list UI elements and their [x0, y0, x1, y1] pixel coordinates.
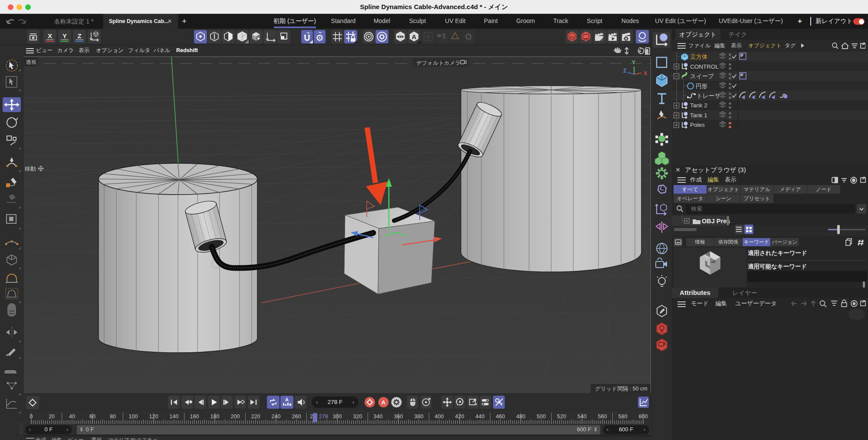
svg-text:440: 440	[476, 414, 485, 420]
svg-text:200: 200	[231, 414, 240, 420]
svg-text:140: 140	[170, 414, 179, 420]
svg-text:移動: 移動	[24, 165, 36, 172]
svg-text:Tank 2: Tank 2	[690, 102, 707, 109]
svg-text:0: 0	[30, 414, 33, 420]
svg-text:Poles: Poles	[690, 122, 705, 128]
svg-text:Y: Y	[632, 60, 635, 66]
svg-text:A: A	[381, 399, 386, 406]
svg-text:460: 460	[496, 414, 505, 420]
svg-text:X: X	[644, 70, 647, 76]
svg-text:260: 260	[292, 414, 301, 420]
svg-text:340: 340	[374, 414, 383, 420]
svg-text:180: 180	[210, 414, 220, 420]
svg-text:Tank 1: Tank 1	[690, 112, 707, 119]
svg-text:100: 100	[129, 414, 138, 420]
svg-text:320: 320	[353, 414, 362, 420]
svg-text:520: 520	[557, 414, 566, 420]
svg-text:400: 400	[435, 414, 444, 420]
svg-text:278: 278	[319, 414, 328, 420]
svg-text:RV: RV	[569, 35, 575, 40]
svg-text:380: 380	[414, 414, 424, 420]
svg-text:透視: 透視	[26, 59, 36, 65]
svg-text:円形: 円形	[696, 83, 708, 89]
svg-text:CONTROL: CONTROL	[690, 63, 719, 70]
svg-text:500: 500	[537, 414, 546, 420]
svg-text:グリッド間隔 : 50 cm: グリッド間隔 : 50 cm	[595, 386, 648, 392]
svg-text:240: 240	[272, 414, 281, 420]
svg-text:Z: Z	[623, 68, 626, 74]
svg-text:600: 600	[639, 414, 648, 420]
svg-text:220: 220	[251, 414, 260, 420]
svg-text:80: 80	[110, 414, 116, 420]
svg-text:トレーサ: トレーサ	[697, 93, 720, 99]
svg-text:60: 60	[89, 414, 95, 420]
svg-text:420: 420	[455, 414, 464, 420]
svg-text:160: 160	[190, 414, 199, 420]
svg-text:360: 360	[394, 414, 403, 420]
svg-text:120: 120	[149, 414, 158, 420]
svg-text:2: 2	[310, 414, 313, 420]
svg-text:20: 20	[49, 414, 55, 420]
svg-text:立方体: 立方体	[690, 53, 708, 60]
svg-text:A: A	[285, 397, 289, 402]
svg-text:560: 560	[598, 414, 607, 420]
svg-text:300: 300	[333, 414, 342, 420]
svg-text:A: A	[412, 33, 417, 40]
svg-text:480: 480	[516, 414, 526, 420]
svg-text:540: 540	[578, 414, 587, 420]
svg-text:スイープ: スイープ	[690, 73, 714, 79]
svg-text:580: 580	[618, 414, 628, 420]
svg-text:40: 40	[69, 414, 75, 420]
svg-text:デフォルトカメラ: デフォルトカメラ	[416, 60, 460, 66]
